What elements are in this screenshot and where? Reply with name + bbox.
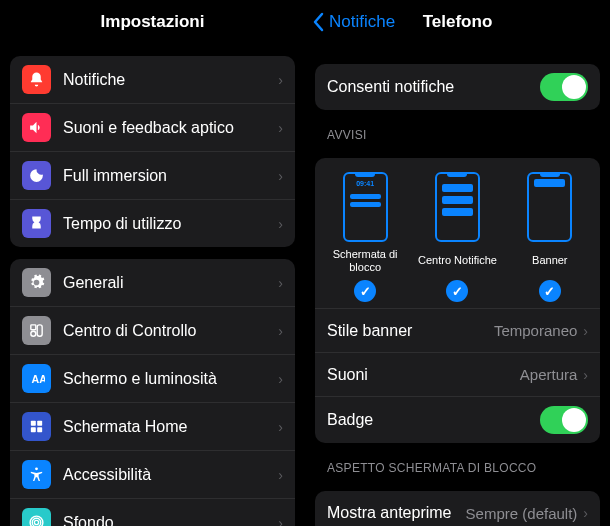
previews-label: Mostra anteprime (327, 504, 466, 522)
chevron-right-icon: › (278, 371, 283, 387)
settings-header: Impostazioni (0, 0, 305, 44)
sounds-label: Suoni (327, 366, 520, 384)
settings-pane: Impostazioni Notifiche › Suoni e feedbac… (0, 0, 305, 526)
display-brightness-icon: AA (22, 364, 51, 393)
banner-mock (527, 172, 572, 242)
svg-rect-4 (31, 421, 36, 426)
svg-rect-0 (31, 325, 36, 330)
alert-notification-center[interactable]: Centro Notifiche ✓ (417, 172, 497, 302)
general-icon (22, 268, 51, 297)
row-generali[interactable]: Generali › (10, 259, 295, 306)
back-label: Notifiche (329, 12, 395, 32)
svg-rect-1 (37, 325, 42, 336)
row-label: Accessibilità (63, 466, 272, 484)
row-label: Suoni e feedback aptico (63, 119, 272, 137)
alert-label: Banner (532, 248, 567, 274)
alert-banner[interactable]: Banner ✓ (510, 172, 590, 302)
row-mostra-anteprime[interactable]: Mostra anteprime Sempre (default) › (315, 491, 600, 526)
badge-toggle[interactable] (540, 406, 588, 434)
notification-icon (22, 65, 51, 94)
banner-style-label: Stile banner (327, 322, 494, 340)
row-label: Full immersion (63, 167, 272, 185)
row-suoni-notif[interactable]: Suoni Apertura › (315, 352, 600, 396)
check-icon: ✓ (539, 280, 561, 302)
svg-rect-7 (37, 427, 42, 432)
row-label: Schermata Home (63, 418, 272, 436)
sounds-icon (22, 113, 51, 142)
detail-header: Notifiche Telefono (305, 0, 610, 44)
svg-rect-6 (31, 427, 36, 432)
row-notifiche[interactable]: Notifiche › (10, 56, 295, 103)
chevron-left-icon (313, 12, 325, 32)
settings-group-2: Generali › Centro di Controllo › AA Sche… (10, 259, 295, 526)
settings-title: Impostazioni (101, 12, 205, 32)
previews-value: Sempre (default) (466, 505, 578, 522)
settings-group-1: Notifiche › Suoni e feedback aptico › Fu… (10, 56, 295, 247)
chevron-right-icon: › (583, 505, 588, 521)
svg-point-8 (35, 467, 38, 470)
check-icon: ✓ (354, 280, 376, 302)
lock-group: Mostra anteprime Sempre (default) › Ragg… (315, 491, 600, 526)
alert-label: Centro Notifiche (418, 248, 497, 274)
row-centro-controllo[interactable]: Centro di Controllo › (10, 306, 295, 354)
row-accessibilita[interactable]: Accessibilità › (10, 450, 295, 498)
allow-label: Consenti notifiche (327, 78, 540, 96)
row-sfondo[interactable]: Sfondo › (10, 498, 295, 526)
svg-point-2 (31, 331, 36, 336)
row-label: Notifiche (63, 71, 272, 89)
alert-label: Schermata di blocco (325, 248, 405, 274)
row-stile-banner[interactable]: Stile banner Temporaneo › (315, 308, 600, 352)
badge-label: Badge (327, 411, 540, 429)
back-button[interactable]: Notifiche (313, 12, 395, 32)
allow-group: Consenti notifiche (315, 64, 600, 110)
check-icon: ✓ (446, 280, 468, 302)
row-label: Schermo e luminosità (63, 370, 272, 388)
home-screen-icon (22, 412, 51, 441)
alerts-section-header: AVVISI (305, 110, 610, 146)
lock-section-header: ASPETTO SCHERMATA DI BLOCCO (305, 443, 610, 479)
chevron-right-icon: › (583, 367, 588, 383)
chevron-right-icon: › (278, 419, 283, 435)
chevron-right-icon: › (278, 120, 283, 136)
svg-point-9 (34, 520, 38, 524)
allow-toggle[interactable] (540, 73, 588, 101)
row-label: Tempo di utilizzo (63, 215, 272, 233)
row-label: Centro di Controllo (63, 322, 272, 340)
chevron-right-icon: › (278, 467, 283, 483)
wallpaper-icon (22, 508, 51, 526)
focus-icon (22, 161, 51, 190)
row-schermata-home[interactable]: Schermata Home › (10, 402, 295, 450)
sounds-value: Apertura (520, 366, 578, 383)
svg-text:AA: AA (32, 373, 45, 385)
lock-screen-mock: 09:41 (343, 172, 388, 242)
notif-center-mock (435, 172, 480, 242)
chevron-right-icon: › (583, 323, 588, 339)
chevron-right-icon: › (278, 323, 283, 339)
control-center-icon (22, 316, 51, 345)
svg-rect-5 (37, 421, 42, 426)
alerts-group: 09:41 Schermata di blocco ✓ Centro Notif… (315, 158, 600, 443)
detail-title: Telefono (423, 12, 493, 32)
chevron-right-icon: › (278, 168, 283, 184)
notifications-detail-pane: Notifiche Telefono Consenti notifiche AV… (305, 0, 610, 526)
row-schermo-luminosita[interactable]: AA Schermo e luminosità › (10, 354, 295, 402)
row-suoni[interactable]: Suoni e feedback aptico › (10, 103, 295, 151)
row-badge[interactable]: Badge (315, 396, 600, 443)
chevron-right-icon: › (278, 72, 283, 88)
chevron-right-icon: › (278, 515, 283, 527)
alerts-row: 09:41 Schermata di blocco ✓ Centro Notif… (315, 158, 600, 308)
chevron-right-icon: › (278, 216, 283, 232)
screentime-icon (22, 209, 51, 238)
row-full-immersion[interactable]: Full immersion › (10, 151, 295, 199)
row-label: Generali (63, 274, 272, 292)
banner-style-value: Temporaneo (494, 322, 577, 339)
row-consenti-notifiche[interactable]: Consenti notifiche (315, 64, 600, 110)
accessibility-icon (22, 460, 51, 489)
row-label: Sfondo (63, 514, 272, 527)
row-tempo-utilizzo[interactable]: Tempo di utilizzo › (10, 199, 295, 247)
alert-lock-screen[interactable]: 09:41 Schermata di blocco ✓ (325, 172, 405, 302)
chevron-right-icon: › (278, 275, 283, 291)
